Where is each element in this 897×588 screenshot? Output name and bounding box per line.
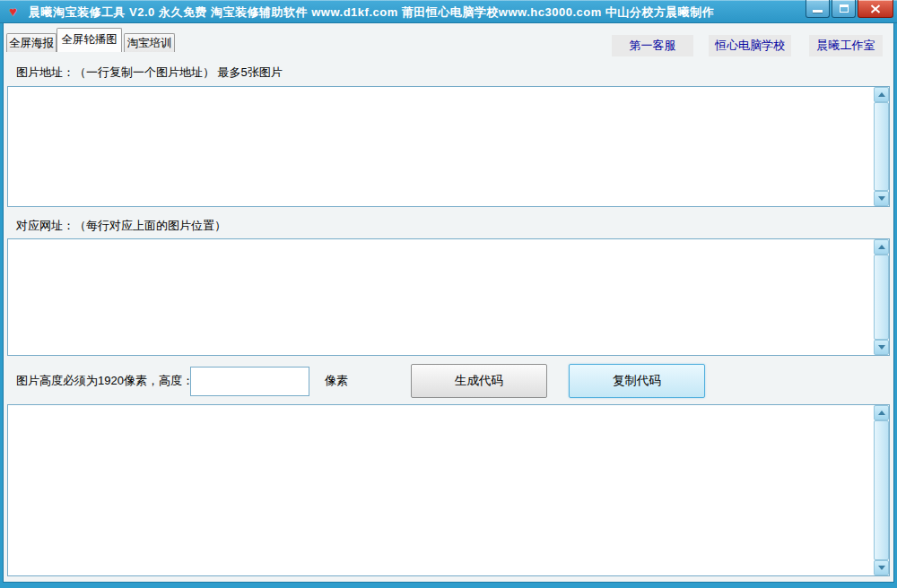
image-urls-label: 图片地址：（一行复制一个图片地址） 最多5张图片 — [16, 65, 283, 81]
generate-code-button[interactable]: 生成代码 — [411, 364, 547, 398]
scroll-up-button[interactable] — [874, 239, 889, 255]
client-area: 全屏海报 全屏轮播图 淘宝培训 第一客服 恒心电脑学校 晨曦工作室 图片地址：（… — [4, 23, 893, 582]
triangle-down-icon — [878, 196, 885, 201]
window-title: 晨曦淘宝装修工具 V2.0 永久免费 淘宝装修辅助软件 www.d1kf.com… — [29, 4, 714, 21]
close-button[interactable] — [858, 0, 893, 18]
image-urls-textarea[interactable] — [8, 87, 874, 206]
maximize-button[interactable] — [832, 0, 856, 18]
vertical-scrollbar[interactable] — [874, 239, 889, 355]
vertical-scrollbar[interactable] — [874, 405, 889, 575]
customer-service-button[interactable]: 第一客服 — [612, 35, 693, 56]
titlebar: ♥ 晨曦淘宝装修工具 V2.0 永久免费 淘宝装修辅助软件 www.d1kf.c… — [0, 0, 897, 23]
scrollbar-thumb[interactable] — [874, 255, 889, 340]
triangle-down-icon — [878, 566, 885, 570]
scrollbar-thumb[interactable] — [874, 420, 889, 560]
image-height-label: 图片高度必须为1920像素，高度： — [16, 373, 194, 389]
link-urls-textarea[interactable] — [8, 239, 874, 355]
scroll-down-button[interactable] — [874, 560, 889, 575]
scrollbar-thumb[interactable] — [874, 102, 889, 191]
scroll-down-button[interactable] — [874, 191, 889, 206]
triangle-up-icon — [878, 245, 885, 249]
heart-icon: ♥ — [9, 4, 17, 20]
triangle-up-icon — [878, 411, 885, 415]
generated-code-field — [7, 404, 890, 576]
close-icon — [870, 4, 881, 13]
image-urls-field — [7, 86, 890, 207]
scroll-down-button[interactable] — [874, 340, 889, 355]
link-urls-label: 对应网址：（每行对应上面的图片位置） — [16, 218, 226, 234]
computer-school-button[interactable]: 恒心电脑学校 — [709, 35, 791, 56]
copy-code-button[interactable]: 复制代码 — [569, 364, 705, 398]
height-unit-label: 像素 — [325, 373, 348, 389]
caption-buttons — [806, 0, 893, 20]
triangle-up-icon — [878, 92, 885, 97]
tab-fullscreen-poster[interactable]: 全屏海报 — [6, 33, 57, 52]
triangle-down-icon — [878, 345, 885, 350]
scroll-up-button[interactable] — [874, 87, 889, 102]
height-input[interactable] — [190, 367, 309, 396]
studio-button[interactable]: 晨曦工作室 — [809, 35, 883, 56]
link-urls-field — [7, 238, 890, 356]
tab-taobao-training[interactable]: 淘宝培训 — [124, 33, 175, 52]
minimize-button[interactable] — [806, 0, 830, 18]
app-window: ♥ 晨曦淘宝装修工具 V2.0 永久免费 淘宝装修辅助软件 www.d1kf.c… — [0, 0, 897, 588]
minimize-icon — [813, 10, 823, 13]
generated-code-textarea[interactable] — [8, 405, 874, 575]
tab-fullscreen-carousel[interactable]: 全屏轮播图 — [57, 28, 122, 52]
maximize-icon — [840, 4, 849, 13]
vertical-scrollbar[interactable] — [874, 87, 889, 206]
scroll-up-button[interactable] — [874, 405, 889, 420]
